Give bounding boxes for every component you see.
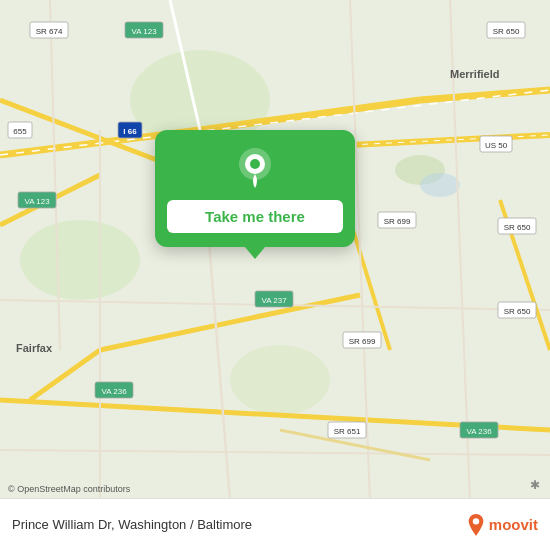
moovit-brand-text: moovit xyxy=(489,516,538,533)
location-label: Prince William Dr, Washington / Baltimor… xyxy=(12,517,467,532)
svg-point-4 xyxy=(230,345,330,415)
svg-text:VA 123: VA 123 xyxy=(131,27,157,36)
svg-point-62 xyxy=(250,159,260,169)
svg-text:VA 236: VA 236 xyxy=(466,427,492,436)
location-pin-icon xyxy=(233,146,277,190)
svg-text:VA 237: VA 237 xyxy=(261,296,287,305)
svg-text:Fairfax: Fairfax xyxy=(16,342,53,354)
svg-text:SR 699: SR 699 xyxy=(384,217,411,226)
svg-text:I 66: I 66 xyxy=(123,127,137,136)
svg-text:US 50: US 50 xyxy=(485,141,508,150)
svg-text:SR 650: SR 650 xyxy=(493,27,520,36)
map-roads: SR 674 VA 123 SR 650 655 I 66 VA 123 Mer… xyxy=(0,0,550,500)
svg-text:VA 123: VA 123 xyxy=(24,197,50,206)
moovit-logo: moovit xyxy=(467,514,538,536)
svg-point-63 xyxy=(473,518,479,524)
svg-point-2 xyxy=(420,173,460,197)
svg-text:SR 651: SR 651 xyxy=(334,427,361,436)
svg-text:Merrifield: Merrifield xyxy=(450,68,500,80)
svg-point-3 xyxy=(20,220,140,300)
moovit-pin-icon xyxy=(467,514,485,536)
map-asterisk: ✱ xyxy=(530,478,540,492)
take-me-there-button[interactable]: Take me there xyxy=(167,200,343,233)
svg-text:SR 699: SR 699 xyxy=(349,337,376,346)
svg-text:VA 236: VA 236 xyxy=(101,387,127,396)
location-card: Take me there xyxy=(155,130,355,247)
svg-text:SR 674: SR 674 xyxy=(36,27,63,36)
svg-text:SR 650: SR 650 xyxy=(504,307,531,316)
svg-text:655: 655 xyxy=(13,127,27,136)
osm-credit: © OpenStreetMap contributors xyxy=(8,484,130,494)
map-container: SR 674 VA 123 SR 650 655 I 66 VA 123 Mer… xyxy=(0,0,550,550)
svg-text:SR 650: SR 650 xyxy=(504,223,531,232)
bottom-bar: Prince William Dr, Washington / Baltimor… xyxy=(0,498,550,550)
